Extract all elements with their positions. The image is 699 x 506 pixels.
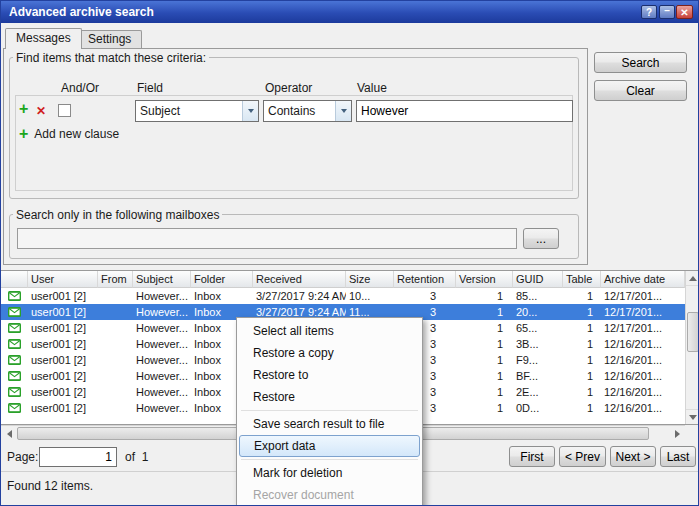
column-header-user[interactable]: User <box>28 271 98 288</box>
cell-folder: Inbox <box>191 288 253 304</box>
cell-guid: 0D... <box>513 400 563 416</box>
cell-table: 1 <box>563 400 601 416</box>
page-of-label: of 1 <box>125 450 148 464</box>
cell-version: 1 <box>456 336 513 352</box>
cell-subject: However... <box>133 336 191 352</box>
menu-item-save-search-result-to-file[interactable]: Save search result to file <box>237 413 422 435</box>
cell-from <box>98 288 133 304</box>
tab-messages[interactable]: Messages <box>5 28 82 49</box>
column-header-from[interactable]: From <box>98 271 133 288</box>
minimize-button[interactable]: – <box>659 5 675 19</box>
prev-page-button[interactable]: < Prev <box>559 446 606 467</box>
cell-subject: However... <box>133 320 191 336</box>
cell-table: 1 <box>563 384 601 400</box>
cell-guid: 3B... <box>513 336 563 352</box>
cell-retention: 3 <box>394 288 456 304</box>
mail-envelope-icon <box>1 336 28 352</box>
operator-dropdown-value: Contains <box>264 104 335 118</box>
cell-subject: However... <box>133 352 191 368</box>
clause-checkbox[interactable] <box>58 104 71 117</box>
cell-user: user001 [2] <box>28 288 98 304</box>
cell-archive_date: 12/16/201... <box>601 384 685 400</box>
cell-subject: However... <box>133 368 191 384</box>
last-page-button[interactable]: Last <box>660 446 696 467</box>
menu-item-restore[interactable]: Restore <box>237 386 422 408</box>
add-clause-icon[interactable]: + <box>19 102 28 116</box>
add-new-clause-link[interactable]: + Add new clause <box>19 127 119 141</box>
cell-user: user001 [2] <box>28 368 98 384</box>
column-header-retention[interactable]: Retention <box>394 271 456 288</box>
cell-guid: 2E... <box>513 384 563 400</box>
cell-guid: 85... <box>513 288 563 304</box>
column-header-folder[interactable]: Folder <box>191 271 253 288</box>
cell-from <box>98 304 133 320</box>
table-row[interactable]: user001 [2]However...Inbox3/27/2017 9:24… <box>1 288 685 304</box>
cell-subject: However... <box>133 400 191 416</box>
vertical-scroll-thumb[interactable] <box>687 312 699 352</box>
close-button[interactable]: ✕ <box>676 5 693 19</box>
cell-archive_date: 12/17/201... <box>601 320 685 336</box>
tab-settings[interactable]: Settings <box>77 30 142 48</box>
first-page-button[interactable]: First <box>509 446 555 467</box>
column-header-version[interactable]: Version <box>456 271 513 288</box>
column-header-size[interactable]: Size <box>346 271 394 288</box>
search-button[interactable]: Search <box>594 52 687 73</box>
cell-subject: However... <box>133 288 191 304</box>
andor-column-header: And/Or <box>61 81 99 95</box>
cell-version: 1 <box>456 400 513 416</box>
scroll-right-arrow-icon[interactable] <box>669 426 685 441</box>
scroll-down-arrow-icon[interactable] <box>686 409 699 424</box>
next-page-button[interactable]: Next > <box>610 446 656 467</box>
cell-archive_date: 12/16/201... <box>601 336 685 352</box>
clear-button[interactable]: Clear <box>594 80 687 101</box>
field-dropdown[interactable]: Subject <box>135 100 259 122</box>
cell-user: user001 [2] <box>28 304 98 320</box>
cell-archive_date: 12/17/201... <box>601 288 685 304</box>
cell-user: user001 [2] <box>28 352 98 368</box>
cell-archive_date: 12/16/201... <box>601 400 685 416</box>
plus-icon: + <box>19 127 28 141</box>
scrollbar-corner <box>685 425 699 441</box>
cell-guid: BF... <box>513 368 563 384</box>
vertical-scrollbar[interactable] <box>685 271 699 424</box>
mailboxes-input[interactable] <box>17 228 517 249</box>
value-input[interactable] <box>356 100 573 122</box>
column-header-subject[interactable]: Subject <box>133 271 191 288</box>
menu-item-recover-document: Recover document <box>237 484 422 506</box>
mail-envelope-icon <box>1 304 28 320</box>
menu-item-select-all-items[interactable]: Select all items <box>237 320 422 342</box>
column-header-received[interactable]: Received <box>253 271 346 288</box>
operator-column-header: Operator <box>265 81 312 95</box>
chevron-down-icon <box>335 101 351 121</box>
title-bar[interactable]: Advanced archive search ? – ✕ <box>1 1 698 23</box>
menu-item-restore-to[interactable]: Restore to <box>237 364 422 386</box>
scroll-up-arrow-icon[interactable] <box>686 271 699 286</box>
menu-item-restore-a-copy[interactable]: Restore a copy <box>237 342 422 364</box>
cell-archive_date: 12/17/201... <box>601 304 685 320</box>
operator-dropdown[interactable]: Contains <box>263 100 352 122</box>
remove-clause-icon[interactable]: ✕ <box>36 104 46 118</box>
cell-size: 10... <box>346 288 394 304</box>
browse-mailboxes-button[interactable]: ... <box>523 228 559 249</box>
cell-version: 1 <box>456 384 513 400</box>
column-header-guid[interactable]: GUID <box>513 271 563 288</box>
cell-from <box>98 400 133 416</box>
cell-user: user001 [2] <box>28 336 98 352</box>
cell-guid: 20... <box>513 304 563 320</box>
menu-item-mark-for-deletion[interactable]: Mark for deletion <box>237 462 422 484</box>
mail-envelope-icon <box>1 288 28 304</box>
help-button[interactable]: ? <box>641 5 657 19</box>
column-header-table[interactable]: Table <box>563 271 601 288</box>
cell-archive_date: 12/16/201... <box>601 368 685 384</box>
column-header-archive_date[interactable]: Archive date <box>601 271 685 288</box>
scroll-left-arrow-icon[interactable] <box>1 426 17 441</box>
cell-from <box>98 352 133 368</box>
cell-from <box>98 320 133 336</box>
cell-user: user001 [2] <box>28 400 98 416</box>
cell-table: 1 <box>563 336 601 352</box>
cell-version: 1 <box>456 368 513 384</box>
cell-version: 1 <box>456 288 513 304</box>
menu-item-export-data[interactable]: Export data <box>239 435 420 457</box>
mail-envelope-icon <box>1 352 28 368</box>
page-number-input[interactable] <box>39 447 117 467</box>
